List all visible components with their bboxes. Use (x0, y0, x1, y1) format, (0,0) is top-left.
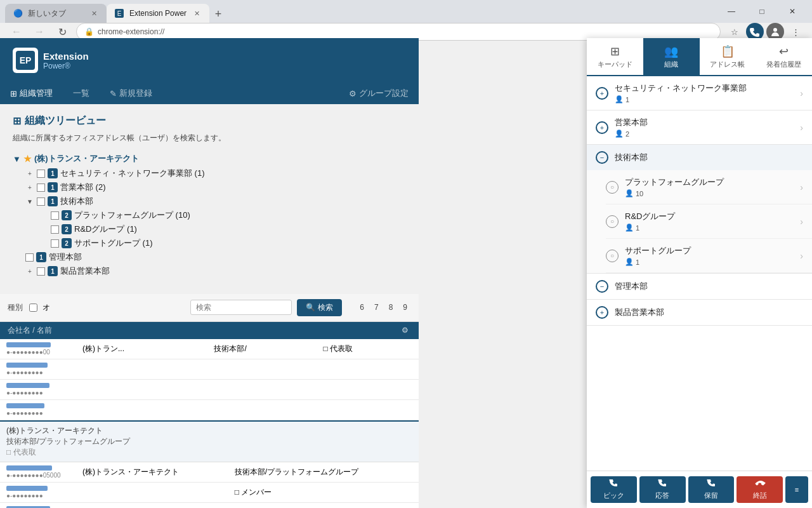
main-content: EP Extension Power® ⊞ 組織管理 一覧 ✎ 新規登録 ⚙ (0, 38, 812, 508)
table-cell-bar: ●-●●●●●●●●05000 (0, 462, 76, 483)
hangup-button[interactable]: 終話 (737, 476, 783, 503)
filter-search-input[interactable] (190, 300, 292, 315)
tree-root[interactable]: ▼ ★ (株)トランス・アーキテクト (13, 151, 406, 166)
expand-tech[interactable]: − (596, 151, 608, 164)
filter-checkbox[interactable] (29, 304, 37, 312)
history-icon: ↩ (779, 44, 789, 58)
tree-item-product[interactable]: + 1 製品営業本部 (25, 264, 406, 278)
phone-overlay: ⊞ キーパッド 👥 組織 📋 アドレス帳 ↩ 発着信履歴 + (587, 38, 812, 508)
root-collapse[interactable]: ▼ (13, 154, 21, 164)
org-header-seihin[interactable]: + 製品営業本部 (587, 300, 812, 325)
maximize-button[interactable]: □ (747, 0, 776, 23)
toggle-product[interactable]: + (25, 267, 34, 276)
page-6[interactable]: 6 (356, 302, 368, 313)
phone-tab-keypad[interactable]: ⊞ キーパッド (587, 38, 643, 76)
tab-label-new: 新しいタブ (28, 8, 66, 19)
tree-item-sales[interactable]: + 1 営業本部 (2) (25, 180, 406, 194)
phone-tab-address[interactable]: 📋 アドレス帳 (700, 38, 756, 76)
table-cell-bar: ●-●●●●●●●● (0, 399, 76, 420)
table-row (0, 502, 419, 508)
tab-org-mgmt[interactable]: ⊞ 組織管理 (0, 83, 63, 104)
platform-info: プラットフォームグループ 👤 10 (625, 177, 800, 197)
checkbox-admin[interactable] (25, 253, 34, 262)
table-cell-company (76, 359, 207, 379)
table-cell-role (380, 502, 419, 508)
tree-item-tech[interactable]: ▼ 1 技術本部 (25, 194, 406, 208)
answer-icon (658, 479, 667, 490)
tab-close-new[interactable]: ✕ (89, 8, 99, 18)
page-7[interactable]: 7 (370, 302, 383, 313)
label-sales: 営業本部 (2) (60, 182, 106, 193)
checkbox-sales[interactable] (37, 184, 45, 192)
filter-checkbox-label[interactable]: オ (29, 302, 50, 313)
checkbox-support[interactable] (51, 239, 59, 248)
toggle-security[interactable]: + (25, 169, 34, 178)
answer-button[interactable]: 応答 (639, 476, 686, 503)
circle-support: ○ (606, 250, 619, 262)
table-cell-bar (0, 502, 76, 508)
tab-new[interactable]: 🔵 新しいタブ ✕ (5, 4, 107, 23)
arrow-support: › (800, 251, 803, 261)
table-cell-dept (207, 399, 317, 420)
settings-gear-icon: ⚙ (402, 326, 409, 335)
hold-button[interactable]: 保留 (688, 476, 735, 503)
tree-item-support[interactable]: 2 サポートグループ (1) (51, 236, 406, 250)
org-header-kanri[interactable]: − 管理本部 (587, 274, 812, 299)
pick-icon (609, 479, 618, 490)
org-desc: 組織に所属するオフィスアドレス帳（ユーザ）を検索します。 (13, 133, 406, 144)
tab-settings[interactable]: ⚙ グループ設定 (339, 83, 419, 104)
tab-close-ext[interactable]: ✕ (192, 8, 202, 18)
minimize-button[interactable]: — (717, 0, 746, 23)
table-cell-role (317, 379, 419, 399)
phone-tab-history[interactable]: ↩ 発着信履歴 (756, 38, 812, 76)
sub-item-platform[interactable]: ○ プラットフォームグループ 👤 10 › (606, 170, 812, 204)
page-9[interactable]: 9 (399, 302, 411, 313)
page-8[interactable]: 8 (385, 302, 397, 313)
table-cell-dept (228, 502, 380, 508)
table-cell-bar: ●-●●●●●●●● (0, 359, 76, 379)
expand-eigyo[interactable]: + (596, 121, 608, 134)
expand-kanri[interactable]: − (596, 280, 608, 293)
expand-security[interactable]: + (596, 87, 608, 100)
toggle-sales[interactable]: + (25, 183, 34, 192)
org-header-tech[interactable]: − 技術本部 (587, 145, 812, 170)
org-header-security[interactable]: + セキュリティ・ネットワーク事業部 👤 1 › (587, 76, 812, 110)
badge-support: 2 (62, 238, 72, 248)
tab-ext[interactable]: E Extension Power ✕ (107, 4, 209, 23)
checkbox-rnd[interactable] (51, 225, 59, 234)
breadcrumb: 会社名 / 名前 (8, 325, 52, 336)
menu-button[interactable]: ≡ (785, 476, 808, 503)
org-header-eigyo[interactable]: + 営業本部 👤 2 › (587, 110, 812, 144)
settings-link[interactable]: ⚙ (402, 326, 411, 335)
checkbox-tech[interactable] (37, 197, 45, 206)
org-title: ⊞ 組織ツリービュー (13, 114, 406, 128)
tree-item-security[interactable]: + 1 セキュリティ・ネットワーク事業部 (1) (25, 166, 406, 180)
tree-item-admin[interactable]: 1 管理本部 (25, 250, 406, 264)
org-count-eigyo: 👤 2 (615, 130, 800, 138)
hangup-icon (756, 479, 764, 490)
app-logo: EP Extension Power® (13, 48, 89, 73)
pick-button[interactable]: ピック (591, 476, 637, 503)
checkbox-product[interactable] (37, 267, 45, 276)
tab-list[interactable]: 一覧 (63, 83, 100, 104)
arrow-security: › (800, 88, 803, 98)
tab-new-reg[interactable]: ✎ 新規登録 (100, 83, 162, 104)
window-controls: — □ ✕ (717, 0, 807, 23)
checkbox-platform[interactable] (51, 211, 59, 220)
toggle-tech[interactable]: ▼ (25, 197, 34, 206)
sub-item-support[interactable]: ○ サポートグループ 👤 1 › (606, 239, 812, 273)
tree-item-platform[interactable]: 2 プラットフォームグループ (10) (51, 208, 406, 222)
tree-item-rnd[interactable]: 2 R&Dグループ (1) (51, 222, 406, 236)
expand-seihin[interactable]: + (596, 306, 608, 319)
table-row: ●-●●●●●●●● (0, 379, 419, 399)
org-group-eigyo: + 営業本部 👤 2 › (587, 110, 812, 145)
arrow-platform: › (800, 182, 803, 192)
sub-item-rnd[interactable]: ○ R&Dグループ 👤 1 › (606, 204, 812, 239)
new-tab-button[interactable]: + (209, 5, 227, 23)
overlay-content: + セキュリティ・ネットワーク事業部 👤 1 › + 営 (587, 76, 812, 471)
search-button[interactable]: 🔍 検索 (297, 299, 342, 316)
checkbox-security[interactable] (37, 170, 45, 178)
phone-tab-org[interactable]: 👥 組織 (643, 38, 700, 76)
app-header: EP Extension Power® (0, 38, 419, 83)
close-button[interactable]: ✕ (778, 0, 807, 23)
